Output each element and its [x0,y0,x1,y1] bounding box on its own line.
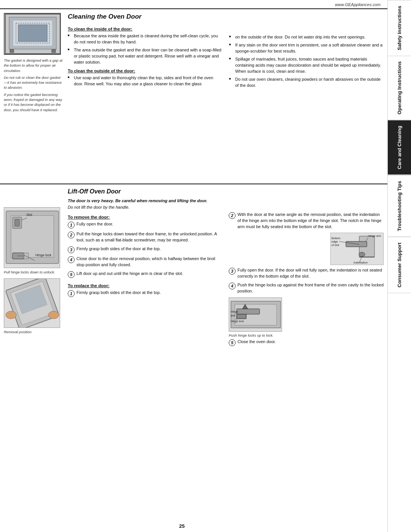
svg-text:Bottom: Bottom [331,236,341,240]
outside-door-title: To clean the outside of the door: [68,69,222,73]
lift-off-text-area: Lift-Off Oven Door The door is very heav… [68,188,384,349]
outside-door-list-left: Use soap and water to thoroughly clean t… [68,75,222,87]
sidebar-tab-consumer[interactable]: Consumer Support [388,237,411,293]
sidebar-tab-safety[interactable]: Safety Instructions [388,0,411,56]
svg-rect-36 [237,314,246,319]
cleaning-columns: To clean the inside of the door: Because… [68,24,384,92]
outside-door-col: on the outside of the door. Do not let w… [229,24,384,92]
oven-door-image-area: The gasket is designed with a gap at the… [4,13,68,184]
right-steps-col: 2 With the door at the same angle as the… [229,212,384,349]
inside-door-title: To clean the inside of the door: [68,27,222,31]
cleaning-text-area: Cleaning the Oven Door To clean the insi… [68,13,384,184]
svg-rect-4 [18,25,47,42]
inside-door-col: To clean the inside of the door: Because… [68,24,222,92]
hinge-lock-image: Slot Hinge lock [4,207,60,268]
step-right-2: 2 With the door at the same angle as the… [229,212,384,230]
svg-text:of slot: of slot [331,243,339,247]
warning-text: The door is very heavy. Be careful when … [68,198,384,204]
outside-door-list-right: on the outside of the door. Do not let w… [229,34,384,89]
outside-bullet-1: Use soap and water to thoroughly clean t… [68,75,222,87]
pull-caption: Pull hinge locks down to unlock. [4,270,64,275]
inside-bullet-2: The area outside the gasket and the door… [68,47,222,66]
step-right-4: 4 Push the hinge locks up against the fr… [229,282,384,294]
push-hinge-caption: Push hinge locks up to lock. [229,333,384,337]
oven-door-image [4,13,61,55]
step-remove-2: 2 Pull the hinge locks down toward the d… [68,231,223,243]
gasket-caption-3: If you notice the gasket becoming worn, … [4,92,64,112]
svg-rect-5 [10,50,14,53]
hinge-arm-diagram: Bottom edge of slot Hinge arm Indentatio… [330,233,384,265]
svg-text:edge: edge [331,240,338,243]
inside-door-list: Because the area inside the gasket is cl… [68,33,222,66]
outside-bullet-3: If any stain on the door vent trim is pe… [229,42,384,54]
replace-door-title: To replace the door: [68,283,223,288]
gasket-caption-2: Do not rub or clean the door gasket—it h… [4,75,64,90]
step-right-3: 3 Fully open the door. If the door will … [229,267,384,280]
inside-bullet-1: Because the area inside the gasket is cl… [68,33,222,45]
url-bar: www.GEAppliances.com [0,0,387,9]
svg-text:Hinge arm: Hinge arm [368,234,381,238]
outside-bullet-2: on the outside of the door. Do not let w… [229,34,384,40]
svg-text:Indentation: Indentation [354,261,368,264]
svg-point-23 [359,252,365,257]
slot-label: Slot [26,213,32,217]
svg-rect-10 [15,219,19,226]
sidebar-tab-operating[interactable]: Operating Instructions [388,56,411,120]
outside-bullet-4: Spillage of marinades, fruit juices, tom… [229,56,384,75]
oven-door-svg [5,13,60,54]
cleaning-title: Cleaning the Oven Door [68,13,384,21]
svg-point-20 [48,311,59,319]
step-remove-1: 1 Fully open the door. [68,221,223,228]
removal-position-image [4,278,60,328]
svg-point-19 [6,311,16,319]
step-final-5: 5 Close the oven door. [229,339,384,346]
remove-steps-col: To remove the door: 1 Fully open the doo… [68,212,223,349]
step-remove-5: 5 Lift door up and out until the hinge a… [68,271,223,278]
hinge-arm-svg: Bottom edge of slot Hinge arm Indentatio… [331,233,384,265]
page-number: 25 [0,523,364,529]
svg-text:arm: arm [231,314,236,317]
step-remove-3: 3 Firmly grasp both sides of the door at… [68,246,223,253]
lift-off-image-area: Slot Hinge lock Pull hinge locks down to… [4,188,68,349]
push-hinge-svg: Hinge arm Hinge lock [229,297,282,332]
outside-bullet-5: Do not use oven cleaners, cleaning powde… [229,77,384,89]
step-remove-4: 4 Close door to the door removal positio… [68,256,223,268]
removal-svg [4,279,60,328]
step-replace-1: 1 Firmly grasp both sides of the door at… [68,290,223,297]
sidebar-tab-care[interactable]: Care and Cleaning [388,120,411,175]
lift-off-section: Slot Hinge lock Pull hinge locks down to… [0,184,387,349]
main-content: www.GEAppliances.com The gaske [0,0,387,532]
remove-door-title: To remove the door: [68,215,223,219]
steps-columns: To remove the door: 1 Fully open the doo… [68,212,384,349]
italic-note: Do not lift the door by the handle. [68,205,384,209]
gasket-caption-1: The gasket is designed with a gap at the… [4,58,64,73]
svg-rect-12 [24,253,29,259]
cleaning-section: The gasket is designed with a gap at the… [0,9,387,184]
svg-rect-35 [237,309,260,314]
push-hinge-image: Hinge arm Hinge lock [229,297,282,332]
sidebar: Safety Instructions Operating Instructio… [387,0,411,532]
svg-rect-6 [52,50,56,53]
sidebar-tab-troubleshooting[interactable]: Troubleshooting Tips [388,175,411,237]
svg-text:Hinge: Hinge [231,310,238,313]
svg-text:Hinge lock: Hinge lock [231,320,244,323]
hinge-lock-label: Hinge lock [35,253,51,257]
removal-caption: Removal position [4,329,64,334]
lift-off-title: Lift-Off Oven Door [68,188,384,195]
